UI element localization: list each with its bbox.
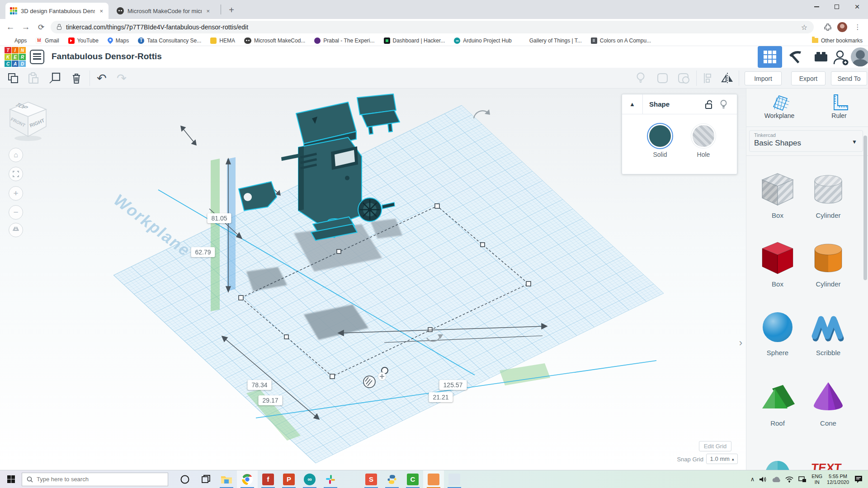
export-button[interactable]: Export xyxy=(791,71,826,85)
forward-icon[interactable]: → xyxy=(20,21,32,33)
tab-tinkercad[interactable]: 3D design Fantabulous Densor-R × xyxy=(5,3,108,19)
volume-icon[interactable] xyxy=(759,476,767,483)
panel-collapse-icon[interactable]: ▲ xyxy=(622,94,643,114)
bookmark-apps[interactable]: Apps xyxy=(5,38,27,44)
language-indicator[interactable]: ENGIN xyxy=(811,474,822,485)
solid-material-button[interactable] xyxy=(649,125,671,147)
onedrive-cloud-icon[interactable] xyxy=(772,476,781,483)
shape-cone[interactable]: Cone xyxy=(803,378,853,427)
workplane-tool-button[interactable]: Workplane xyxy=(755,93,804,119)
bookmark-youtube[interactable]: YouTube xyxy=(68,38,99,44)
shape-roof[interactable]: Roof xyxy=(753,378,802,427)
mirror-flip-icon[interactable] xyxy=(720,71,735,85)
tab-close-icon[interactable]: × xyxy=(99,8,104,14)
chrome-button[interactable] xyxy=(237,470,258,488)
ruler-tool-button[interactable]: Ruler xyxy=(814,93,864,119)
snap-grid-dropdown[interactable]: 1.0 mm ▴ xyxy=(706,454,738,464)
tab-close-icon[interactable]: × xyxy=(205,8,211,14)
scrollbar-thumb[interactable] xyxy=(863,136,867,280)
shape-scribble[interactable]: Scribble xyxy=(803,307,853,357)
hole-material-button[interactable] xyxy=(693,125,714,147)
group-icon[interactable] xyxy=(655,71,670,85)
codeblocks-brick-icon[interactable] xyxy=(812,49,830,65)
send-to-button[interactable]: Send To xyxy=(831,71,867,85)
workplane-drag-widget[interactable] xyxy=(363,376,375,388)
bookmark-gmail[interactable]: M Gmail xyxy=(36,38,59,44)
bookmark-arduino[interactable]: ∞ Arduino Project Hub xyxy=(454,38,511,44)
bookmark-star-icon[interactable]: ☆ xyxy=(801,23,807,32)
start-button[interactable] xyxy=(0,470,22,488)
shape-cylinder-hole[interactable]: Cylinder xyxy=(803,170,853,219)
menu-kebab-icon[interactable]: ⋮ xyxy=(852,21,863,33)
shape-box-hole[interactable]: Box xyxy=(753,170,802,219)
workplane-grid[interactable] xyxy=(113,105,664,463)
align-icon[interactable] xyxy=(700,71,715,85)
camtasia-button[interactable]: C xyxy=(402,470,423,488)
duplicate-icon[interactable] xyxy=(47,71,62,85)
url-field[interactable]: tinkercad.com/things/7p7T7BIde4V-fantabu… xyxy=(51,21,814,33)
reload-icon[interactable]: ⟳ xyxy=(35,21,47,33)
back-icon[interactable]: ← xyxy=(5,21,16,33)
fit-view-button[interactable] xyxy=(9,167,23,181)
taskbar-search[interactable] xyxy=(22,473,168,486)
bookmark-tata[interactable]: T Tata Consultancy Se... xyxy=(138,38,201,44)
shape-sphere[interactable]: Sphere xyxy=(753,307,802,357)
dimension-label[interactable]: 62.79 xyxy=(191,247,215,257)
sidebar-collapse-chevron[interactable]: › xyxy=(737,336,745,350)
scale-handle[interactable] xyxy=(330,374,335,379)
scale-handle[interactable] xyxy=(239,296,243,300)
dimension-label[interactable]: 125.57 xyxy=(439,380,467,390)
unlock-icon[interactable] xyxy=(704,99,720,109)
wifi-icon[interactable] xyxy=(785,476,793,483)
copy-icon[interactable] xyxy=(5,71,21,85)
task-view-button[interactable] xyxy=(195,470,216,488)
zoom-in-button[interactable]: + xyxy=(9,186,23,201)
dimension-label[interactable]: 21.21 xyxy=(429,392,453,402)
edit-grid-button[interactable]: Edit Grid xyxy=(699,441,731,451)
perspective-toggle-button[interactable] xyxy=(9,223,23,237)
bookmark-colors[interactable]: Colors on A Compu... xyxy=(591,38,651,44)
sublime-button[interactable]: S xyxy=(361,470,382,488)
paste-icon[interactable] xyxy=(25,71,41,85)
background-app-button[interactable] xyxy=(444,470,465,488)
tab-makecode[interactable]: Microsoft MakeCode for micro:bi × xyxy=(112,3,215,19)
dimension-label[interactable]: 78.34 xyxy=(247,380,271,390)
powerpoint-button[interactable]: P xyxy=(278,470,299,488)
clock[interactable]: 5:55 PM12/1/2020 xyxy=(827,474,849,485)
extensions-puzzle-icon[interactable] xyxy=(822,21,834,33)
chair-part[interactable] xyxy=(357,94,400,134)
ungroup-icon[interactable] xyxy=(676,71,692,85)
design-title[interactable]: Fantabulous Densor-Rottis xyxy=(52,52,162,61)
scale-handle[interactable] xyxy=(284,335,288,339)
shape-cylinder-solid[interactable]: Cylinder xyxy=(803,239,853,288)
user-avatar[interactable] xyxy=(851,47,868,66)
3d-design-mode-button[interactable] xyxy=(758,46,782,68)
delete-trash-icon[interactable] xyxy=(69,71,84,85)
bookmark-maps[interactable]: Maps xyxy=(108,38,129,44)
add-widget[interactable] xyxy=(378,372,386,380)
sidebar-scrollbar[interactable] xyxy=(863,89,867,470)
dimension-label[interactable]: 81.05 xyxy=(207,213,231,223)
other-bookmarks[interactable]: Other bookmarks xyxy=(812,38,863,44)
arm-bar[interactable] xyxy=(281,154,300,161)
zoom-out-button[interactable]: − xyxy=(9,205,23,220)
bookmark-prabal[interactable]: Prabal - The Experi... xyxy=(314,38,374,44)
scale-handle[interactable] xyxy=(428,328,432,332)
show-hidden-bulb-icon[interactable] xyxy=(633,71,648,85)
scale-handle[interactable] xyxy=(526,282,531,286)
bookmark-gallery[interactable]: Gallery of Things | T... xyxy=(521,38,582,44)
shape-text-partial[interactable]: TEXT xyxy=(803,450,853,470)
bookmark-makecode[interactable]: Microsoft MakeCod... xyxy=(244,38,305,44)
scale-handle[interactable] xyxy=(337,249,341,253)
network-icon[interactable] xyxy=(798,476,807,483)
minecraft-pickaxe-icon[interactable] xyxy=(787,49,805,65)
shape-paraboloid-partial[interactable] xyxy=(753,450,802,470)
action-center-icon[interactable] xyxy=(854,474,863,484)
visibility-bulb-icon[interactable] xyxy=(720,99,737,109)
import-button[interactable]: Import xyxy=(745,71,782,85)
python-button[interactable] xyxy=(382,470,402,488)
bookmark-dashboard[interactable]: Dashboard | Hacker... xyxy=(384,38,445,44)
cortana-button[interactable] xyxy=(175,470,195,488)
window-maximize-button[interactable] xyxy=(827,0,847,14)
slack-button[interactable] xyxy=(320,470,341,488)
